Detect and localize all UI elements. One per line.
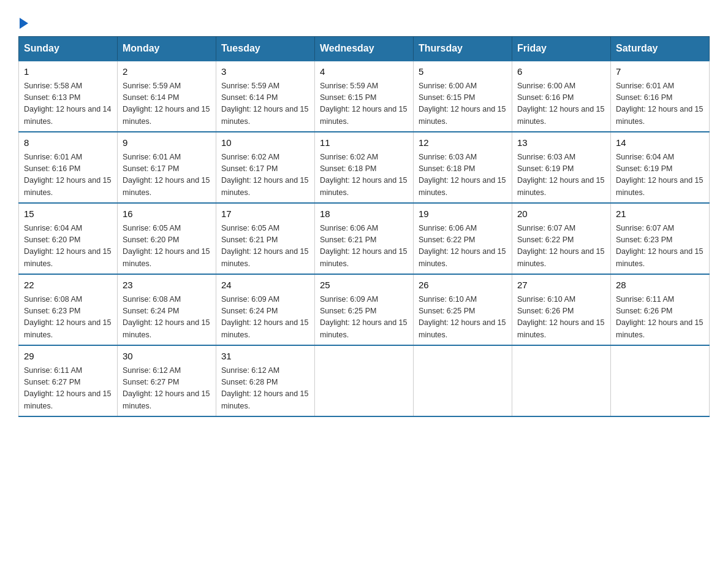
day-info: Sunrise: 6:12 AMSunset: 6:27 PMDaylight:… xyxy=(123,365,211,413)
day-number: 29 xyxy=(24,350,112,364)
calendar-cell: 19Sunrise: 6:06 AMSunset: 6:22 PMDayligh… xyxy=(414,203,512,274)
day-number: 19 xyxy=(419,207,507,221)
day-number: 18 xyxy=(320,207,408,221)
day-number: 4 xyxy=(320,65,408,79)
day-info: Sunrise: 6:09 AMSunset: 6:24 PMDaylight:… xyxy=(221,294,309,342)
calendar-cell: 8Sunrise: 6:01 AMSunset: 6:16 PMDaylight… xyxy=(19,132,118,203)
day-info: Sunrise: 6:10 AMSunset: 6:25 PMDaylight:… xyxy=(419,294,507,342)
calendar-cell: 23Sunrise: 6:08 AMSunset: 6:24 PMDayligh… xyxy=(118,274,216,345)
calendar-cell: 4Sunrise: 5:59 AMSunset: 6:15 PMDaylight… xyxy=(315,61,414,132)
calendar-cell: 16Sunrise: 6:05 AMSunset: 6:20 PMDayligh… xyxy=(118,203,216,274)
day-number: 2 xyxy=(123,65,211,79)
day-number: 6 xyxy=(517,65,605,79)
day-info: Sunrise: 5:59 AMSunset: 6:15 PMDaylight:… xyxy=(320,80,408,128)
calendar-cell: 17Sunrise: 6:05 AMSunset: 6:21 PMDayligh… xyxy=(216,203,315,274)
day-number: 10 xyxy=(221,136,309,150)
day-info: Sunrise: 6:01 AMSunset: 6:16 PMDaylight:… xyxy=(616,80,704,128)
day-number: 5 xyxy=(419,65,507,79)
calendar-cell: 7Sunrise: 6:01 AMSunset: 6:16 PMDaylight… xyxy=(611,61,710,132)
calendar-cell: 6Sunrise: 6:00 AMSunset: 6:16 PMDaylight… xyxy=(512,61,611,132)
day-number: 14 xyxy=(616,136,704,150)
calendar-cell: 20Sunrise: 6:07 AMSunset: 6:22 PMDayligh… xyxy=(512,203,611,274)
day-info: Sunrise: 6:02 AMSunset: 6:17 PMDaylight:… xyxy=(221,151,309,199)
day-number: 20 xyxy=(517,207,605,221)
day-info: Sunrise: 6:04 AMSunset: 6:19 PMDaylight:… xyxy=(616,151,704,199)
calendar-cell: 13Sunrise: 6:03 AMSunset: 6:19 PMDayligh… xyxy=(512,132,611,203)
day-info: Sunrise: 6:11 AMSunset: 6:26 PMDaylight:… xyxy=(616,294,704,342)
day-number: 13 xyxy=(517,136,605,150)
calendar-cell: 27Sunrise: 6:10 AMSunset: 6:26 PMDayligh… xyxy=(512,274,611,345)
calendar-cell xyxy=(512,345,611,416)
day-info: Sunrise: 6:07 AMSunset: 6:23 PMDaylight:… xyxy=(616,223,704,270)
calendar-week-3: 15Sunrise: 6:04 AMSunset: 6:20 PMDayligh… xyxy=(19,203,710,274)
day-info: Sunrise: 6:04 AMSunset: 6:20 PMDaylight:… xyxy=(24,223,112,270)
day-number: 31 xyxy=(221,350,309,364)
calendar-header-tuesday: Tuesday xyxy=(216,37,315,61)
day-info: Sunrise: 6:06 AMSunset: 6:22 PMDaylight:… xyxy=(419,223,507,270)
calendar-cell: 28Sunrise: 6:11 AMSunset: 6:26 PMDayligh… xyxy=(611,274,710,345)
calendar-cell xyxy=(611,345,710,416)
day-info: Sunrise: 6:12 AMSunset: 6:28 PMDaylight:… xyxy=(221,365,309,413)
day-info: Sunrise: 5:59 AMSunset: 6:14 PMDaylight:… xyxy=(221,80,309,128)
calendar-cell: 5Sunrise: 6:00 AMSunset: 6:15 PMDaylight… xyxy=(414,61,512,132)
calendar-cell: 22Sunrise: 6:08 AMSunset: 6:23 PMDayligh… xyxy=(19,274,118,345)
day-number: 15 xyxy=(24,207,112,221)
calendar-cell: 15Sunrise: 6:04 AMSunset: 6:20 PMDayligh… xyxy=(19,203,118,274)
logo xyxy=(18,12,28,25)
day-number: 7 xyxy=(616,65,704,79)
day-info: Sunrise: 6:01 AMSunset: 6:16 PMDaylight:… xyxy=(24,151,112,199)
calendar-cell: 10Sunrise: 6:02 AMSunset: 6:17 PMDayligh… xyxy=(216,132,315,203)
day-number: 17 xyxy=(221,207,309,221)
calendar-header-friday: Friday xyxy=(512,37,611,61)
calendar-cell: 9Sunrise: 6:01 AMSunset: 6:17 PMDaylight… xyxy=(118,132,216,203)
day-number: 27 xyxy=(517,278,605,293)
calendar-cell xyxy=(414,345,512,416)
day-info: Sunrise: 6:09 AMSunset: 6:25 PMDaylight:… xyxy=(320,294,408,342)
day-info: Sunrise: 5:58 AMSunset: 6:13 PMDaylight:… xyxy=(24,80,112,128)
day-number: 9 xyxy=(123,136,211,150)
calendar-header-wednesday: Wednesday xyxy=(315,37,414,61)
calendar-header-saturday: Saturday xyxy=(611,37,710,61)
calendar-cell: 31Sunrise: 6:12 AMSunset: 6:28 PMDayligh… xyxy=(216,345,315,416)
calendar-cell: 18Sunrise: 6:06 AMSunset: 6:21 PMDayligh… xyxy=(315,203,414,274)
day-info: Sunrise: 6:00 AMSunset: 6:16 PMDaylight:… xyxy=(517,80,605,128)
day-info: Sunrise: 6:08 AMSunset: 6:24 PMDaylight:… xyxy=(123,294,211,342)
calendar-cell: 29Sunrise: 6:11 AMSunset: 6:27 PMDayligh… xyxy=(19,345,118,416)
calendar-cell: 11Sunrise: 6:02 AMSunset: 6:18 PMDayligh… xyxy=(315,132,414,203)
day-info: Sunrise: 6:10 AMSunset: 6:26 PMDaylight:… xyxy=(517,294,605,342)
calendar-cell xyxy=(315,345,414,416)
page-header xyxy=(18,12,710,25)
day-number: 22 xyxy=(24,278,112,293)
day-number: 8 xyxy=(24,136,112,150)
day-number: 11 xyxy=(320,136,408,150)
day-number: 23 xyxy=(123,278,211,293)
day-info: Sunrise: 6:03 AMSunset: 6:18 PMDaylight:… xyxy=(419,151,507,199)
day-number: 1 xyxy=(24,65,112,79)
calendar-cell: 14Sunrise: 6:04 AMSunset: 6:19 PMDayligh… xyxy=(611,132,710,203)
calendar-cell: 12Sunrise: 6:03 AMSunset: 6:18 PMDayligh… xyxy=(414,132,512,203)
day-number: 24 xyxy=(221,278,309,293)
calendar-header-sunday: Sunday xyxy=(19,37,118,61)
day-info: Sunrise: 6:08 AMSunset: 6:23 PMDaylight:… xyxy=(24,294,112,342)
calendar-cell: 25Sunrise: 6:09 AMSunset: 6:25 PMDayligh… xyxy=(315,274,414,345)
calendar-cell: 2Sunrise: 5:59 AMSunset: 6:14 PMDaylight… xyxy=(118,61,216,132)
calendar-cell: 24Sunrise: 6:09 AMSunset: 6:24 PMDayligh… xyxy=(216,274,315,345)
day-number: 25 xyxy=(320,278,408,293)
day-info: Sunrise: 6:02 AMSunset: 6:18 PMDaylight:… xyxy=(320,151,408,199)
day-info: Sunrise: 6:05 AMSunset: 6:20 PMDaylight:… xyxy=(123,223,211,270)
calendar-week-2: 8Sunrise: 6:01 AMSunset: 6:16 PMDaylight… xyxy=(19,132,710,203)
day-number: 30 xyxy=(123,350,211,364)
day-info: Sunrise: 6:01 AMSunset: 6:17 PMDaylight:… xyxy=(123,151,211,199)
day-number: 3 xyxy=(221,65,309,79)
day-number: 28 xyxy=(616,278,704,293)
day-info: Sunrise: 6:05 AMSunset: 6:21 PMDaylight:… xyxy=(221,223,309,270)
day-info: Sunrise: 6:03 AMSunset: 6:19 PMDaylight:… xyxy=(517,151,605,199)
day-info: Sunrise: 5:59 AMSunset: 6:14 PMDaylight:… xyxy=(123,80,211,128)
day-number: 16 xyxy=(123,207,211,221)
day-info: Sunrise: 6:00 AMSunset: 6:15 PMDaylight:… xyxy=(419,80,507,128)
day-number: 26 xyxy=(419,278,507,293)
calendar-cell: 26Sunrise: 6:10 AMSunset: 6:25 PMDayligh… xyxy=(414,274,512,345)
calendar-cell: 3Sunrise: 5:59 AMSunset: 6:14 PMDaylight… xyxy=(216,61,315,132)
logo-triangle-icon xyxy=(20,18,28,29)
day-info: Sunrise: 6:07 AMSunset: 6:22 PMDaylight:… xyxy=(517,223,605,270)
